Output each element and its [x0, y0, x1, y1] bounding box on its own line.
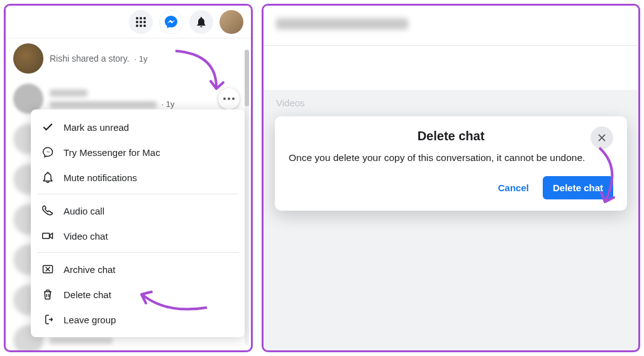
svg-point-0	[136, 17, 138, 19]
video-icon	[41, 229, 55, 243]
svg-point-1	[140, 17, 142, 19]
menu-divider	[37, 194, 238, 194]
trash-icon	[41, 287, 55, 301]
cancel-button[interactable]: Cancel	[491, 177, 536, 198]
chat-preview-text: Rishi shared a story.	[50, 53, 130, 64]
chat-time: · 1y	[159, 99, 175, 109]
menu-label: Mute notifications	[64, 172, 137, 183]
avatar[interactable]	[219, 10, 243, 34]
svg-point-4	[140, 21, 142, 23]
leave-icon	[41, 313, 55, 326]
svg-point-5	[143, 21, 146, 23]
menu-leave-group[interactable]: Leave group	[31, 307, 245, 332]
right-screenshot: Videos Delete chat Once you delete your …	[262, 4, 640, 352]
menu-archive[interactable]: Archive chat	[31, 257, 245, 282]
delete-chat-button[interactable]: Delete chat	[543, 176, 613, 199]
messenger-outline-icon	[41, 145, 55, 159]
phone-icon	[41, 204, 55, 218]
menu-delete-chat[interactable]: Delete chat	[31, 282, 245, 307]
left-screenshot: Rishi shared a story. · 1y · 1y Mark as …	[4, 4, 253, 352]
chat-context-menu: Mark as unread Try Messenger for Mac Mut…	[31, 109, 245, 337]
chat-time: · 1y	[134, 54, 147, 64]
svg-point-8	[143, 25, 146, 27]
menu-mute[interactable]: Mute notifications	[31, 165, 245, 190]
modal-body-text: Once you delete your copy of this conver…	[289, 152, 613, 164]
check-icon	[41, 120, 55, 134]
menu-mark-unread[interactable]: Mark as unread	[31, 114, 245, 140]
menu-label: Audio call	[64, 206, 104, 216]
menu-label: Leave group	[64, 314, 116, 325]
messenger-icon[interactable]	[159, 10, 183, 34]
chat-preview: Rishi shared a story. · 1y	[50, 53, 243, 64]
bell-outline-icon	[41, 170, 55, 184]
menu-label: Video chat	[64, 231, 108, 242]
menu-label: Archive chat	[64, 264, 116, 275]
conversation-header	[264, 6, 638, 46]
scrollbar[interactable]	[245, 50, 249, 345]
bell-icon[interactable]	[189, 10, 213, 34]
menu-video-chat[interactable]: Video chat	[31, 223, 245, 248]
more-options-button[interactable]	[218, 88, 240, 109]
svg-point-6	[136, 25, 138, 27]
menu-label: Try Messenger for Mac	[64, 147, 160, 158]
conversation-title-redacted	[276, 18, 408, 30]
chat-preview: · 1y	[50, 89, 243, 109]
close-icon	[597, 133, 607, 143]
menu-label: Delete chat	[64, 289, 111, 300]
chat-list-item[interactable]: Rishi shared a story. · 1y	[6, 38, 251, 79]
archive-icon	[41, 262, 55, 276]
apps-icon[interactable]	[129, 10, 153, 34]
menu-divider	[37, 252, 238, 253]
tab-videos[interactable]: Videos	[264, 90, 638, 113]
close-button[interactable]	[591, 126, 613, 149]
chat-avatar	[13, 43, 43, 74]
svg-point-2	[143, 17, 146, 19]
svg-point-3	[136, 21, 138, 23]
svg-point-7	[140, 25, 142, 27]
menu-label: Mark as unread	[64, 122, 129, 133]
menu-try-messenger[interactable]: Try Messenger for Mac	[31, 140, 245, 165]
topbar	[6, 6, 251, 38]
modal-title: Delete chat	[418, 129, 485, 143]
delete-chat-modal: Delete chat Once you delete your copy of…	[275, 116, 627, 211]
menu-audio-call[interactable]: Audio call	[31, 198, 245, 223]
